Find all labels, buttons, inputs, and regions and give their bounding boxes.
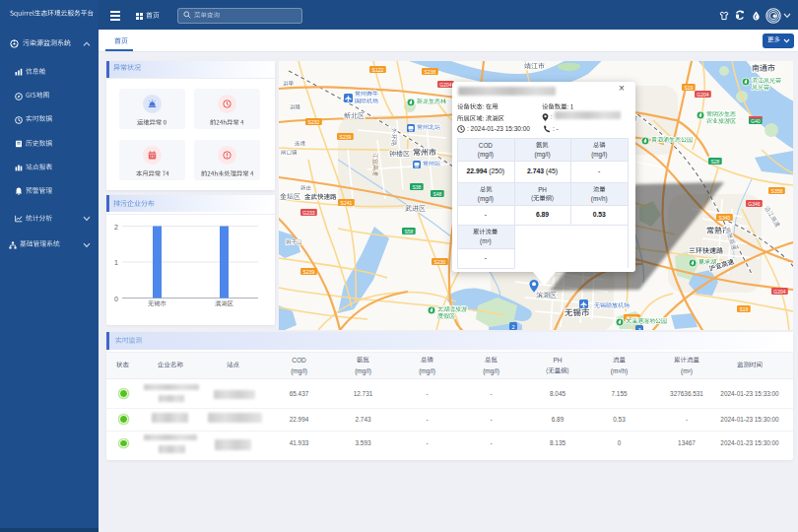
- svg-text:2: 2: [511, 324, 514, 330]
- svg-text:G204: G204: [697, 92, 708, 98]
- svg-text:S239: S239: [303, 269, 315, 275]
- svg-text:S239: S239: [340, 134, 352, 140]
- svg-text:G346: G346: [748, 201, 760, 207]
- svg-text:S19: S19: [684, 85, 693, 91]
- svg-text:S58: S58: [404, 229, 413, 234]
- svg-text:S241: S241: [341, 200, 353, 206]
- svg-text:S340: S340: [719, 215, 731, 221]
- svg-text:S238: S238: [425, 69, 436, 75]
- svg-text:S358: S358: [771, 188, 783, 194]
- svg-text:G40: G40: [751, 118, 761, 124]
- svg-text:S38: S38: [412, 184, 421, 190]
- svg-text:3: 3: [637, 327, 640, 331]
- svg-text:S122: S122: [372, 67, 384, 73]
- svg-text:S28: S28: [710, 159, 719, 165]
- svg-text:S232: S232: [308, 119, 320, 125]
- svg-text:G233: G233: [302, 210, 314, 216]
- svg-text:0: 0: [114, 296, 118, 302]
- svg-text:G204: G204: [773, 289, 785, 295]
- svg-text:S230: S230: [434, 259, 446, 265]
- svg-text:G204: G204: [439, 82, 451, 88]
- svg-text:S48: S48: [432, 191, 441, 197]
- svg-text:1: 1: [114, 259, 118, 266]
- svg-text:S19: S19: [739, 306, 748, 312]
- svg-text:2: 2: [114, 224, 118, 231]
